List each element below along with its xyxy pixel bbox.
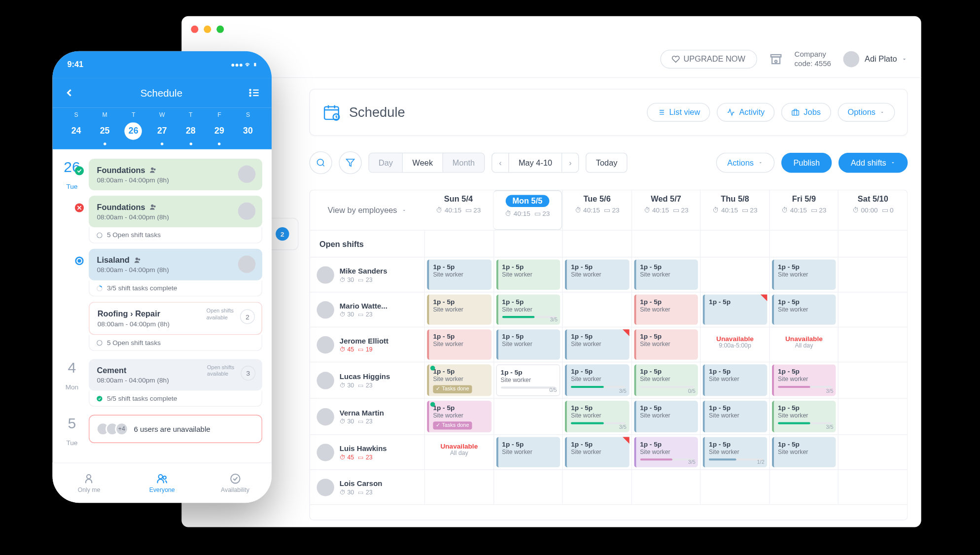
unavailable-cell[interactable]: UnavailableAll day (424, 435, 493, 470)
seg-week[interactable]: Week (402, 153, 443, 172)
filter-button[interactable] (339, 151, 361, 174)
phone-tab[interactable]: Only me (52, 463, 125, 503)
empty-cell[interactable] (838, 362, 907, 398)
shift-cell[interactable]: 1p - 5pSite worker (493, 257, 562, 292)
day-header[interactable]: Sat 5/10⏱ 00:00▭ 0 (838, 190, 907, 230)
shift-cell[interactable]: 1p - 5pSite worker3/5 (769, 362, 838, 398)
unavailable-cell[interactable]: UnavailableAll day (769, 327, 838, 362)
shift-cell[interactable]: 1p - 5pSite worker (424, 257, 493, 292)
shift-cell[interactable]: 1p - 5pSite worker (424, 292, 493, 327)
empty-cell[interactable] (631, 470, 700, 505)
shift-cell[interactable]: 1p - 5pSite worker (424, 327, 493, 362)
shift-cell[interactable]: 1p - 5pSite worker3/5 (493, 292, 562, 327)
empty-cell[interactable] (493, 399, 562, 434)
shift-cell[interactable]: 1p - 5pSite worker✓ Tasks done (424, 399, 493, 434)
shift-cell[interactable]: 1p - 5pSite worker (769, 435, 838, 470)
week-day[interactable]: F29 (205, 111, 234, 139)
shift-card[interactable]: Foundations 08:00am - 04:00pm (8h) (89, 159, 262, 190)
empty-cell[interactable] (838, 470, 907, 505)
options-button[interactable]: Options (838, 103, 895, 122)
empty-cell[interactable] (838, 399, 907, 434)
user-avatar[interactable] (843, 51, 859, 67)
empty-cell[interactable] (700, 470, 769, 505)
back-icon[interactable] (63, 87, 75, 99)
employee-cell[interactable]: Jerome Elliott⏱ 45▭ 19 (310, 327, 424, 362)
empty-cell[interactable] (700, 257, 769, 292)
chevron-down-icon[interactable] (901, 56, 908, 63)
day-header[interactable]: Mon 5/5⏱ 40:15▭ 23 (492, 190, 562, 230)
shift-cell[interactable]: 1p - 5pSite worker (700, 362, 769, 398)
empty-cell[interactable] (562, 292, 631, 327)
day-header[interactable]: Fri 5/9⏱ 40:15▭ 23 (769, 190, 838, 230)
shift-card[interactable]: Roofing › Repair 08:00am - 04:00pm (8h)O… (89, 302, 262, 335)
view-by-dropdown[interactable]: View by employees (310, 190, 424, 230)
jobs-button[interactable]: Jobs (781, 103, 831, 122)
employee-cell[interactable]: Mario Watte...⏱ 30▭ 23 (310, 292, 424, 327)
seg-day[interactable]: Day (369, 153, 402, 172)
upgrade-button[interactable]: UPGRADE NOW (660, 49, 757, 68)
shift-cell[interactable]: 1p - 5pSite worker (562, 257, 631, 292)
today-button[interactable]: Today (586, 153, 628, 173)
shift-cell[interactable]: 1p - 5pSite worker0/5 (493, 362, 562, 398)
shift-cell[interactable]: 1p - 5pSite worker3/5 (769, 399, 838, 434)
min-dot[interactable] (204, 26, 211, 33)
shift-cell[interactable]: 1p - 5pSite worker (562, 435, 631, 470)
empty-cell[interactable] (838, 435, 907, 470)
actions-button[interactable]: Actions (716, 153, 774, 173)
shift-card[interactable]: Lisaland 08:00am - 04:00pm (8h) (89, 249, 262, 280)
shift-cell[interactable]: 1p - 5pSite worker (769, 257, 838, 292)
unavailable-cell[interactable]: Unavailable9:00a-5:00p (700, 327, 769, 362)
archive-icon[interactable] (769, 52, 782, 66)
search-button[interactable] (309, 151, 332, 174)
empty-cell[interactable] (838, 292, 907, 327)
phone-tab[interactable]: Everyone (126, 463, 199, 503)
employee-cell[interactable]: Lois Carson⏱ 30▭ 23 (310, 470, 424, 505)
list-icon[interactable] (247, 86, 261, 100)
day-header[interactable]: Wed 5/7⏱ 40:15▭ 23 (631, 190, 700, 230)
shift-cell[interactable]: 1p - 5pSite worker (769, 292, 838, 327)
activity-button[interactable]: Activity (717, 103, 774, 122)
shift-cell[interactable]: 1p - 5pSite worker✓ Tasks done (424, 362, 493, 398)
employee-cell[interactable]: Luis Hawkins⏱ 45▭ 23 (310, 435, 424, 470)
close-dot[interactable] (191, 26, 198, 33)
shift-cell[interactable]: 1p - 5pSite worker (631, 327, 700, 362)
day-header[interactable]: Sun 5/4⏱ 40:15▭ 23 (424, 190, 493, 230)
seg-month[interactable]: Month (443, 153, 485, 172)
week-day[interactable]: T28 (176, 111, 205, 139)
week-day[interactable]: W27 (148, 111, 176, 139)
employee-cell[interactable]: Verna Martin⏱ 30▭ 23 (310, 399, 424, 434)
empty-cell[interactable] (562, 470, 631, 505)
week-day[interactable]: M25 (91, 111, 119, 139)
shift-cell[interactable]: 1p - 5pSite worker (493, 435, 562, 470)
prev-button[interactable]: ‹ (492, 153, 509, 172)
date-range[interactable]: May 4-10 (508, 153, 562, 172)
publish-button[interactable]: Publish (781, 153, 832, 173)
empty-cell[interactable] (838, 327, 907, 362)
phone-tab[interactable]: Availability (199, 463, 272, 503)
shift-cell[interactable]: 1p - 5pSite worker3/5 (631, 435, 700, 470)
shift-cell[interactable]: 1p - 5p (700, 292, 769, 327)
unavailable-card[interactable]: +4 6 users are unavailable (89, 415, 262, 443)
list-view-button[interactable]: List view (647, 103, 710, 122)
shift-cell[interactable]: 1p - 5pSite worker (631, 399, 700, 434)
shift-cell[interactable]: 1p - 5pSite worker3/5 (562, 399, 631, 434)
employee-cell[interactable]: Mike Sanders⏱ 30▭ 23 (310, 257, 424, 292)
empty-cell[interactable] (838, 257, 907, 292)
week-day[interactable]: S24 (62, 111, 90, 139)
shift-cell[interactable]: 1p - 5pSite worker (631, 257, 700, 292)
shift-cell[interactable]: 1p - 5pSite worker1/2 (700, 435, 769, 470)
week-day[interactable]: S30 (234, 111, 262, 139)
shift-cell[interactable]: 1p - 5pSite worker (631, 292, 700, 327)
empty-cell[interactable] (769, 470, 838, 505)
shift-card[interactable]: Foundations 08:00am - 04:00pm (8h) (89, 196, 262, 227)
shift-cell[interactable]: 1p - 5pSite worker (493, 327, 562, 362)
shift-cell[interactable]: 1p - 5pSite worker0/5 (631, 362, 700, 398)
day-header[interactable]: Thu 5/8⏱ 40:15▭ 23 (700, 190, 769, 230)
week-day[interactable]: T26 (119, 111, 148, 139)
next-button[interactable]: › (562, 153, 579, 172)
employee-cell[interactable]: Lucas Higgins⏱ 30▭ 23 (310, 362, 424, 398)
shift-cell[interactable]: 1p - 5pSite worker3/5 (562, 362, 631, 398)
day-header[interactable]: Tue 5/6⏱ 40:15▭ 23 (562, 190, 631, 230)
shift-cell[interactable]: 1p - 5pSite worker (562, 327, 631, 362)
add-shifts-button[interactable]: Add shifts (839, 153, 908, 173)
